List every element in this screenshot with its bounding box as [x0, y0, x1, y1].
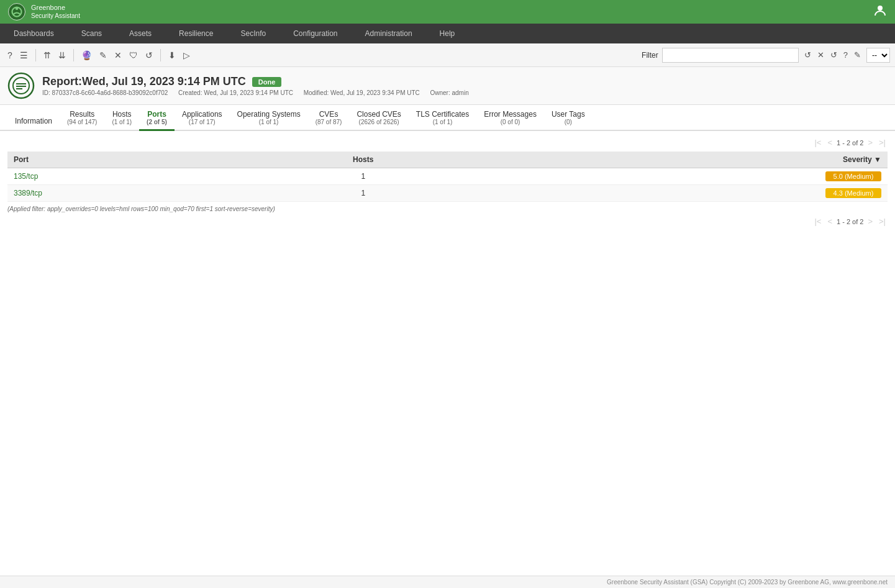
report-title-text: Report:Wed, Jul 19, 2023 9:14 PM UTC [42, 75, 246, 88]
nav-assets[interactable]: Assets [116, 24, 165, 43]
delete-toolbar-btn[interactable]: ✕ [112, 49, 124, 61]
table-row: 3389/tcp 1 4.3 (Medium) [7, 185, 888, 202]
expand-toolbar-btn[interactable]: ⇈ [41, 49, 53, 61]
page-first-bottom[interactable]: |< [812, 216, 823, 227]
svg-point-2 [16, 7, 19, 11]
table-row: 135/tcp 1 5.0 (Medium) [7, 168, 888, 185]
pagination-top: |< < 1 - 2 of 2 > >| [7, 137, 888, 148]
shield-toolbar-btn[interactable]: 🛡 [127, 49, 140, 61]
cell-hosts: 1 [261, 168, 466, 185]
cell-hosts: 1 [261, 185, 466, 202]
filter-edit-btn[interactable]: ✎ [852, 50, 863, 60]
run-toolbar-btn[interactable]: ▷ [181, 49, 193, 61]
report-header: Report:Wed, Jul 19, 2023 9:14 PM UTC Don… [0, 67, 895, 105]
svg-rect-8 [16, 88, 22, 89]
tab-closed-cves[interactable]: Closed CVEs(2626 of 2626) [349, 105, 408, 131]
col-severity: Severity ▼ [466, 152, 888, 168]
tab-error-messages[interactable]: Error Messages(0 of 0) [476, 105, 544, 131]
collapse-toolbar-btn[interactable]: ⇊ [56, 49, 68, 61]
wizard-toolbar-btn[interactable]: 🔮 [79, 49, 94, 61]
svg-point-3 [878, 6, 883, 11]
toolbar-sep-3 [160, 49, 161, 61]
nav-help[interactable]: Help [426, 24, 469, 43]
tab-cves[interactable]: CVEs(87 of 87) [308, 105, 350, 131]
svg-rect-7 [16, 86, 26, 87]
top-bar: Greenbone Security Assistant [0, 0, 895, 24]
page-next-bottom[interactable]: > [866, 216, 875, 227]
severity-badge: 5.0 (Medium) [825, 171, 881, 181]
tab-tls-certificates[interactable]: TLS Certificates(1 of 1) [409, 105, 476, 131]
report-title-area: Report:Wed, Jul 19, 2023 9:14 PM UTC Don… [42, 75, 469, 96]
report-modified: Modified: Wed, Jul 19, 2023 9:34 PM UTC [304, 89, 420, 96]
page-last-top[interactable]: >| [877, 137, 888, 148]
nav-administration[interactable]: Administration [352, 24, 426, 43]
report-meta: ID: 870337c8-6c60-4a6d-8688-b39092c0f702… [42, 89, 469, 96]
report-created: Created: Wed, Jul 19, 2023 9:14 PM UTC [178, 89, 293, 96]
page-info-top: 1 - 2 of 2 [837, 139, 863, 147]
cell-port[interactable]: 135/tcp [7, 168, 261, 185]
cell-severity: 4.3 (Medium) [466, 185, 888, 202]
ports-table: Port Hosts Severity ▼ 135/tcp 1 5.0 (Med… [7, 152, 888, 202]
help-toolbar-btn[interactable]: ? [5, 49, 15, 61]
edit-toolbar-btn[interactable]: ✎ [97, 49, 109, 61]
filter-reset-btn[interactable]: ↺ [829, 50, 839, 60]
footer-text: Greenbone Security Assistant (GSA) Copyr… [607, 579, 888, 586]
col-hosts: Hosts [261, 152, 466, 168]
filter-dropdown[interactable]: -- [866, 48, 890, 63]
nav-bar: Dashboards Scans Assets Resilience SecIn… [0, 24, 895, 43]
toolbar-sep-1 [35, 49, 36, 61]
cell-port[interactable]: 3389/tcp [7, 185, 261, 202]
nav-configuration[interactable]: Configuration [279, 24, 351, 43]
page-next-top[interactable]: > [866, 137, 875, 148]
nav-dashboards[interactable]: Dashboards [0, 24, 68, 43]
footer: Greenbone Security Assistant (GSA) Copyr… [0, 576, 895, 588]
severity-badge: 4.3 (Medium) [825, 188, 881, 198]
page-first-top[interactable]: |< [812, 137, 823, 148]
report-title-main: Report:Wed, Jul 19, 2023 9:14 PM UTC Don… [42, 75, 469, 88]
col-port: Port [7, 152, 261, 168]
table-body: 135/tcp 1 5.0 (Medium) 3389/tcp 1 4.3 (M… [7, 168, 888, 202]
table-header-row: Port Hosts Severity ▼ [7, 152, 888, 168]
filter-help-btn[interactable]: ? [842, 50, 850, 60]
tab-results[interactable]: Results(94 of 147) [60, 105, 104, 131]
filter-info: (Applied filter: apply_overrides=0 level… [7, 206, 888, 212]
nav-scans[interactable]: Scans [68, 24, 116, 43]
page-prev-top[interactable]: < [825, 137, 834, 148]
toolbar: ? ☰ ⇈ ⇊ 🔮 ✎ ✕ 🛡 ↺ ⬇ ▷ Filter ↺ ✕ ↺ ? ✎ -… [0, 43, 895, 67]
tab-hosts[interactable]: Hosts(1 of 1) [104, 105, 139, 131]
user-icon[interactable] [873, 3, 888, 21]
toolbar-sep-2 [73, 49, 74, 61]
refresh-toolbar-btn[interactable]: ↺ [143, 49, 155, 61]
tab-operating-systems[interactable]: Operating Systems(1 of 1) [230, 105, 308, 131]
download-toolbar-btn[interactable]: ⬇ [166, 49, 178, 61]
filter-area: Filter ↺ ✕ ↺ ? ✎ -- [642, 48, 890, 63]
logo-area: Greenbone Security Assistant [7, 2, 80, 21]
tab-ports[interactable]: Ports(2 of 5) [139, 105, 175, 131]
tabs-bar: InformationResults(94 of 147)Hosts(1 of … [0, 105, 895, 131]
tab-applications[interactable]: Applications(17 of 17) [175, 105, 230, 131]
nav-secinfo[interactable]: SecInfo [227, 24, 279, 43]
tab-information[interactable]: Information [7, 112, 60, 131]
content: |< < 1 - 2 of 2 > >| Port Hosts Severity… [0, 131, 895, 237]
report-id: ID: 870337c8-6c60-4a6d-8688-b39092c0f702 [42, 89, 168, 96]
filter-input[interactable] [662, 48, 799, 63]
page-info-bottom: 1 - 2 of 2 [837, 218, 863, 225]
filter-label: Filter [642, 51, 658, 60]
greenbone-logo-icon [7, 2, 26, 21]
svg-rect-6 [16, 83, 26, 84]
report-owner: Owner: admin [430, 89, 468, 96]
svg-point-0 [9, 4, 25, 20]
page-prev-bottom[interactable]: < [825, 216, 834, 227]
pagination-bottom: |< < 1 - 2 of 2 > >| [7, 216, 888, 227]
done-badge: Done [252, 77, 282, 87]
list-toolbar-btn[interactable]: ☰ [17, 49, 30, 61]
page-last-bottom[interactable]: >| [877, 216, 888, 227]
filter-clear-btn[interactable]: ✕ [815, 50, 826, 60]
tab-user-tags[interactable]: User Tags(0) [544, 105, 593, 131]
cell-severity: 5.0 (Medium) [466, 168, 888, 185]
nav-resilience[interactable]: Resilience [165, 24, 227, 43]
report-logo-icon [7, 72, 35, 99]
logo-text: Greenbone Security Assistant [31, 4, 80, 19]
filter-refresh-btn[interactable]: ↺ [802, 50, 813, 60]
filter-icons: ↺ ✕ ↺ ? ✎ [802, 50, 863, 60]
